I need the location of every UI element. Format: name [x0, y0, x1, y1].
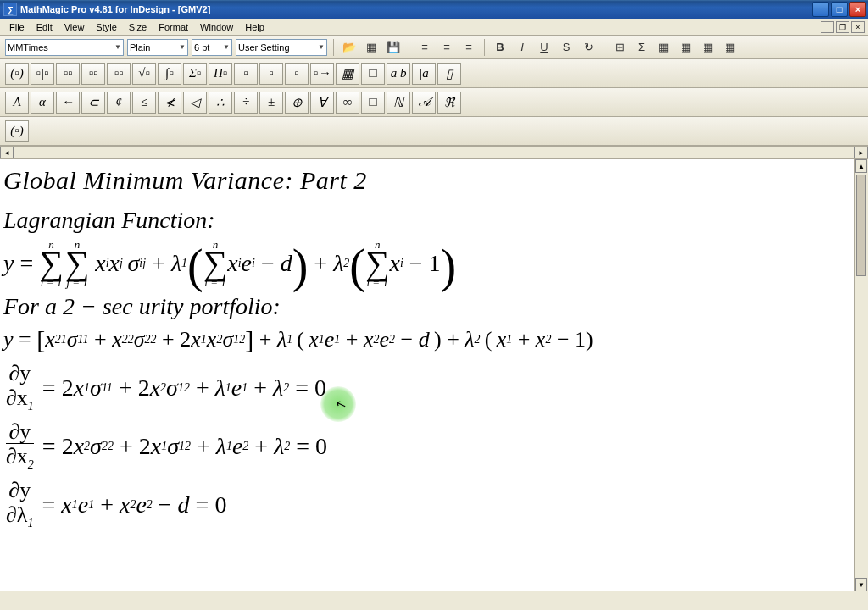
sym-oplus[interactable]: ⊕: [285, 92, 309, 114]
menu-view[interactable]: View: [58, 20, 91, 34]
sigma-icon: Σ: [638, 41, 645, 53]
template-palette-1: (▫) ▫|▫ ▫▫ ▫▫ ▫▫ √▫ ∫▫ Σ▫ Π▫ ▫ ▫ ▫ ▫→ ▦ …: [0, 59, 868, 88]
layout3-button[interactable]: ▦: [654, 38, 673, 57]
tmpl-sum[interactable]: Σ▫: [183, 63, 207, 85]
menu-help[interactable]: Help: [239, 20, 270, 34]
sym-forall[interactable]: ∀: [310, 92, 334, 114]
underline-button[interactable]: U: [535, 38, 554, 57]
sym-le[interactable]: ≤: [132, 92, 156, 114]
tmpl-hat[interactable]: ▫: [285, 63, 309, 85]
sym-Re[interactable]: ℜ: [437, 92, 461, 114]
sym-nless[interactable]: ≮: [158, 92, 181, 114]
menu-size[interactable]: Size: [123, 20, 153, 34]
tmpl-rect[interactable]: ▯: [437, 63, 461, 85]
style-select[interactable]: Plain▼: [127, 39, 188, 56]
layout5-button[interactable]: ▦: [698, 38, 717, 57]
sym-scriptA[interactable]: 𝒜: [412, 92, 436, 114]
redo-button[interactable]: ↻: [579, 38, 598, 57]
save-icon: 💾: [387, 41, 400, 53]
maximize-button[interactable]: □: [831, 2, 848, 17]
color-button[interactable]: ▦: [362, 38, 381, 57]
dy-dlambda1-equation: ∂y∂λ1 = x1e1 + x2e2 − d = 0: [3, 480, 865, 530]
size-select[interactable]: 6 pt▼: [192, 39, 232, 56]
sym-N[interactable]: ℕ: [387, 92, 410, 114]
sym-leftarrow[interactable]: ←: [56, 92, 80, 114]
mdi-close-button[interactable]: ×: [851, 21, 865, 33]
lagrangian-label: Lagrangian Function:: [3, 207, 865, 234]
minimize-button[interactable]: _: [812, 2, 829, 17]
sym-tri[interactable]: ◁: [183, 92, 207, 114]
tmpl-over[interactable]: ▫: [234, 63, 258, 85]
horizontal-scrollbar[interactable]: ◄ ►: [0, 146, 868, 159]
bold-button[interactable]: B: [491, 38, 509, 57]
sym-therefore[interactable]: ∴: [209, 92, 232, 114]
menu-window[interactable]: Window: [194, 20, 239, 34]
expanded-y-equation: y = [x21σ11 + x22σ22 + 2x1x2σ12] + λ1 ( …: [3, 325, 865, 354]
sym-A[interactable]: A: [5, 92, 29, 114]
menu-edit[interactable]: Edit: [31, 20, 58, 34]
toolbar-separator: [484, 39, 485, 56]
scroll-right-icon[interactable]: ►: [854, 147, 868, 158]
layout2-button[interactable]: Σ: [632, 38, 651, 57]
layout1-button[interactable]: ⊞: [610, 38, 629, 57]
tmpl-sub[interactable]: ▫▫: [81, 63, 105, 85]
sym-cent[interactable]: ¢: [107, 92, 131, 114]
menu-style[interactable]: Style: [90, 20, 122, 34]
mdi-minimize-button[interactable]: _: [821, 21, 834, 33]
window-titlebar: ∑ MathMagic Pro v4.81 for InDesign - [GM…: [0, 0, 868, 19]
tmpl-prod[interactable]: Π▫: [209, 63, 232, 85]
tmpl-ab[interactable]: a b: [387, 63, 410, 85]
scroll-up-icon[interactable]: ▲: [855, 159, 867, 173]
scroll-thumb[interactable]: [856, 175, 866, 276]
grid4-icon: ▦: [725, 41, 735, 53]
tmpl-slash[interactable]: ▫▫: [107, 63, 131, 85]
save-button[interactable]: 💾: [384, 38, 403, 57]
scroll-left-icon[interactable]: ◄: [0, 147, 14, 158]
tmpl-matrix[interactable]: ▦: [336, 63, 359, 85]
subpal-paren[interactable]: (▫): [5, 120, 29, 142]
tmpl-bar-a[interactable]: |a: [412, 63, 436, 85]
doc-title: Global Minimum Variance: Part 2: [3, 166, 865, 195]
close-button[interactable]: ×: [849, 2, 866, 17]
open-button[interactable]: 📂: [340, 38, 359, 57]
folder-open-icon: 📂: [342, 41, 356, 53]
scroll-down-icon[interactable]: ▼: [855, 578, 867, 591]
mdi-restore-button[interactable]: ❐: [836, 21, 849, 33]
menu-format[interactable]: Format: [153, 20, 194, 34]
color-grid-icon: ▦: [366, 41, 376, 53]
tmpl-integral[interactable]: ∫▫: [158, 63, 181, 85]
menu-bar: File Edit View Style Size Format Window …: [0, 19, 868, 36]
vertical-scrollbar[interactable]: ▲ ▼: [854, 159, 868, 591]
template-palette-2: A α ← ⊂ ¢ ≤ ≮ ◁ ∴ ÷ ± ⊕ ∀ ∞ □ ℕ 𝒜 ℜ: [0, 88, 868, 117]
tmpl-sqrt[interactable]: √▫: [132, 63, 156, 85]
usersetting-select[interactable]: User Setting▼: [236, 39, 327, 56]
align-center-button[interactable]: ≡: [437, 38, 456, 57]
bold-icon: B: [496, 41, 504, 53]
sym-alpha[interactable]: α: [31, 92, 54, 114]
sym-pm[interactable]: ±: [259, 92, 283, 114]
italic-button[interactable]: I: [513, 38, 531, 57]
menu-file[interactable]: File: [3, 20, 31, 34]
layout6-button[interactable]: ▦: [721, 38, 739, 57]
sym-square[interactable]: □: [361, 92, 385, 114]
sym-subset[interactable]: ⊂: [81, 92, 105, 114]
sub-palette: (▫): [0, 117, 868, 146]
size-select-value: 6 pt: [194, 42, 209, 53]
layout4-button[interactable]: ▦: [676, 38, 695, 57]
equation-editor-canvas[interactable]: ▲ ▼ Global Minimum Variance: Part 2 Lagr…: [0, 159, 868, 591]
tmpl-paren[interactable]: (▫): [5, 63, 29, 85]
align-left-button[interactable]: ≡: [415, 38, 434, 57]
font-select[interactable]: MMTimes▼: [5, 39, 124, 56]
tmpl-box[interactable]: □: [361, 63, 385, 85]
tmpl-arrow[interactable]: ▫→: [310, 63, 334, 85]
sym-div[interactable]: ÷: [234, 92, 258, 114]
tmpl-frac[interactable]: ▫|▫: [31, 63, 54, 85]
toolbar-separator: [604, 39, 604, 56]
tmpl-sup[interactable]: ▫▫: [56, 63, 80, 85]
strike-button[interactable]: S: [557, 38, 576, 57]
app-icon: ∑: [3, 3, 17, 16]
sym-inf[interactable]: ∞: [336, 92, 359, 114]
align-right-button[interactable]: ≡: [459, 38, 478, 57]
window-title: MathMagic Pro v4.81 for InDesign - [GMV2…: [20, 4, 812, 14]
tmpl-under[interactable]: ▫: [259, 63, 283, 85]
